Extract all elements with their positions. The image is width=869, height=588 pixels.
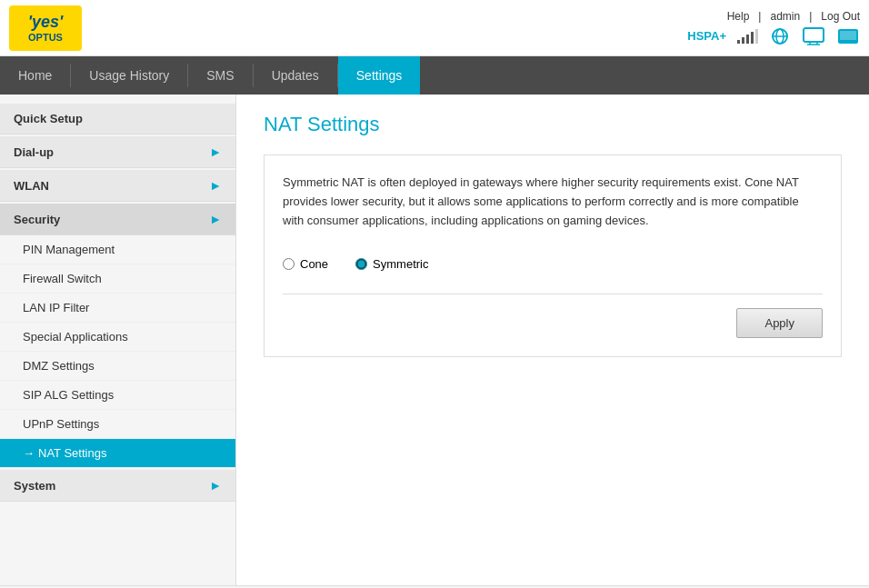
top-bar: 'yes' OPTUS Help | admin | Log Out HSPA+ [0, 0, 869, 56]
content-area: NAT Settings Symmetric NAT is often depl… [236, 95, 869, 585]
apply-row: Apply [283, 308, 823, 338]
sidebar-header-security[interactable]: Security ► [0, 204, 235, 235]
signal-bars [737, 29, 758, 44]
sidebar-item-sip-alg-settings[interactable]: SIP ALG Settings [0, 381, 235, 410]
radio-symmetric[interactable] [355, 258, 367, 270]
sidebar-section-system: System ► [0, 470, 235, 502]
signal-bar-1 [737, 40, 740, 44]
radio-symmetric-option[interactable]: Symmetric [355, 257, 428, 271]
chevron-right-icon-wlan: ► [209, 178, 222, 193]
sidebar-section-dial-up: Dial-up ► [0, 136, 235, 168]
sidebar-item-lan-ip-filter[interactable]: LAN IP Filter [0, 294, 235, 323]
sidebar-item-upnp-settings[interactable]: UPnP Settings [0, 410, 235, 439]
radio-cone[interactable] [283, 258, 295, 270]
divider [283, 294, 823, 294]
main-layout: Quick Setup Dial-up ► WLAN ► Security ► … [0, 95, 869, 585]
monitor-icon [802, 26, 825, 46]
svg-rect-3 [804, 28, 824, 42]
chevron-right-icon: ► [209, 145, 222, 159]
sidebar-item-nat-settings[interactable]: NAT Settings [0, 439, 235, 468]
signal-bar-4 [751, 32, 754, 44]
nat-radio-group: Cone Symmetric [283, 248, 823, 280]
radio-cone-option[interactable]: Cone [283, 257, 328, 271]
logo-optus-text: OPTUS [28, 32, 63, 43]
nav-settings[interactable]: Settings [338, 56, 421, 95]
top-links: Help | admin | Log Out [727, 10, 860, 23]
sidebar-section-security: Security ► PIN Management Firewall Switc… [0, 204, 235, 468]
admin-link[interactable]: admin [770, 10, 800, 23]
sidebar-item-pin-management[interactable]: PIN Management [0, 235, 235, 264]
sidebar-section-wlan: WLAN ► [0, 170, 235, 202]
help-link[interactable]: Help [727, 10, 750, 23]
sidebar: Quick Setup Dial-up ► WLAN ► Security ► … [0, 95, 236, 585]
sidebar-header-dial-up[interactable]: Dial-up ► [0, 136, 235, 168]
page-title: NAT Settings [264, 113, 842, 136]
apply-button[interactable]: Apply [736, 308, 823, 338]
sidebar-header-wlan[interactable]: WLAN ► [0, 170, 235, 202]
status-bar: HSPA+ [687, 26, 860, 46]
chevron-right-icon-system: ► [209, 478, 222, 493]
signal-bar-2 [742, 37, 744, 44]
top-right-section: Help | admin | Log Out HSPA+ [687, 10, 860, 46]
screen-icon [836, 26, 860, 46]
sidebar-header-system[interactable]: System ► [0, 470, 235, 502]
signal-bar-5 [755, 29, 758, 44]
hspa-label: HSPA+ [687, 29, 726, 43]
nav-usage-history[interactable]: Usage History [71, 56, 187, 95]
sidebar-item-firewall-switch[interactable]: Firewall Switch [0, 264, 235, 294]
svg-rect-8 [840, 31, 856, 40]
logo: 'yes' OPTUS [9, 5, 82, 51]
globe-icon [769, 27, 791, 45]
sidebar-item-dmz-settings[interactable]: DMZ Settings [0, 352, 235, 381]
nav-sms[interactable]: SMS [188, 56, 252, 95]
nat-description: Symmetric NAT is often deployed in gatew… [283, 174, 823, 230]
nav-home[interactable]: Home [0, 56, 70, 95]
sidebar-items-security: PIN Management Firewall Switch LAN IP Fi… [0, 235, 235, 468]
radio-symmetric-label: Symmetric [373, 257, 428, 271]
sidebar-header-quick-setup[interactable]: Quick Setup [0, 104, 235, 135]
content-box: Symmetric NAT is often deployed in gatew… [264, 154, 842, 357]
sidebar-section-quick-setup: Quick Setup [0, 104, 235, 135]
nav-bar: Home Usage History SMS Updates Settings [0, 56, 869, 95]
nav-updates[interactable]: Updates [254, 56, 337, 95]
radio-cone-label: Cone [300, 257, 328, 271]
logo-yes-text: 'yes' [28, 13, 64, 32]
logout-link[interactable]: Log Out [821, 10, 860, 23]
signal-bar-3 [746, 35, 749, 44]
sidebar-item-special-applications[interactable]: Special Applications [0, 323, 235, 352]
chevron-right-icon-security: ► [209, 212, 222, 226]
